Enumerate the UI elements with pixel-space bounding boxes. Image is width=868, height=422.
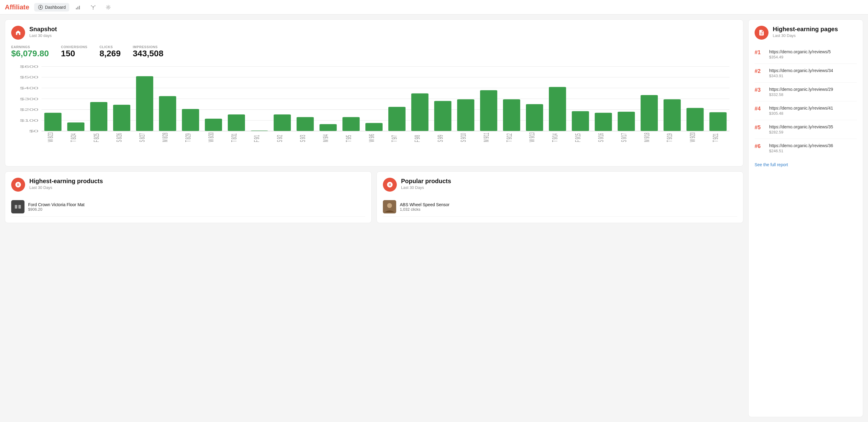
svg-text:S 9/16: S 9/16 (597, 133, 605, 142)
pages-title: Highest-earning pages (773, 26, 838, 33)
svg-rect-89 (15, 205, 17, 208)
app-title: Affiliate (5, 3, 29, 11)
svg-rect-82 (663, 99, 681, 131)
page-rank: #3 (754, 87, 764, 93)
svg-rect-66 (480, 90, 497, 131)
svg-text:T 8/24: T 8/24 (69, 134, 78, 142)
popular-product-name: ABS Wheel Speed Sensor (400, 202, 450, 207)
product-thumbnail (11, 200, 25, 214)
popular-product-item: ABS Wheel Speed Sensor 1,032 clicks (383, 197, 737, 217)
snapshot-title: Snapshot (29, 26, 57, 33)
clicks-label: CLICKS (99, 45, 121, 49)
svg-rect-76 (595, 113, 612, 131)
products-subtitle: Last 30 Days (29, 185, 103, 190)
analytics-nav-button[interactable] (72, 3, 84, 11)
svg-rect-38 (159, 96, 176, 131)
highest-earning-products-card: Highest-earning products Last 30 Days Fo… (5, 171, 372, 223)
page-earning: $246.51 (769, 149, 833, 153)
svg-text:S 9/9: S 9/9 (436, 135, 444, 142)
earnings-value: $6,079.80 (11, 49, 49, 58)
bar-chart-icon (75, 4, 81, 10)
svg-rect-52 (319, 124, 337, 131)
products-header: Highest-earning products Last 30 Days (11, 178, 365, 192)
svg-rect-36 (136, 76, 153, 131)
page-list-item: #3 https://demo.organic.ly/reviews/29 $3… (754, 83, 857, 102)
svg-text:$200: $200 (20, 108, 38, 112)
page-list-item: #2 https://demo.organic.ly/reviews/34 $3… (754, 64, 857, 83)
page-url: https://demo.organic.ly/reviews/29 (769, 87, 833, 92)
svg-rect-70 (526, 104, 543, 131)
products-icon (11, 178, 25, 192)
svg-text:S 9/17: S 9/17 (620, 133, 628, 142)
svg-rect-78 (618, 112, 635, 131)
svg-text:S 9/3: S 9/3 (299, 135, 307, 142)
svg-rect-34 (113, 105, 130, 131)
see-full-report-link[interactable]: See the full report (754, 162, 788, 167)
page-url: https://demo.organic.ly/reviews/36 (769, 143, 833, 148)
popular-product-thumbnail (383, 200, 396, 214)
svg-text:S 9/2: S 9/2 (276, 135, 284, 142)
page-rank: #5 (754, 124, 764, 131)
pages-header: Highest-earning pages Last 30 Days (754, 26, 857, 40)
products-title: Highest-earning products (29, 178, 103, 185)
popular-subtitle: Last 30 Days (401, 185, 451, 190)
svg-text:T 9/21: T 9/21 (711, 134, 719, 142)
product-name: Ford Crown Victoria Floor Mat (28, 202, 84, 207)
svg-text:W 9/20: W 9/20 (688, 132, 696, 142)
svg-rect-5 (79, 6, 80, 9)
snapshot-subtitle: Last 30 days (29, 33, 57, 38)
bottom-row: Highest-earning products Last 30 Days Fo… (5, 171, 743, 223)
settings-nav-button[interactable] (102, 3, 115, 11)
svg-text:M 8/28: M 8/28 (161, 133, 169, 142)
pages-subtitle: Last 30 Days (773, 33, 838, 38)
svg-text:W 9/6: W 9/6 (367, 134, 375, 142)
svg-rect-56 (365, 123, 382, 131)
page-rank: #4 (754, 106, 764, 112)
page-info: https://demo.organic.ly/reviews/36 $246.… (769, 143, 833, 153)
svg-rect-28 (44, 113, 61, 131)
svg-text:W 8/30: W 8/30 (207, 132, 215, 142)
conversions-stat: CONVERSIONS 150 (61, 45, 87, 58)
page-info: https://demo.organic.ly/reviews/35 $282.… (769, 124, 833, 134)
pages-icon (754, 26, 769, 40)
svg-text:$0: $0 (29, 129, 38, 133)
conversions-value: 150 (61, 49, 87, 58)
svg-text:F 9/1: F 9/1 (252, 135, 261, 142)
dashboard-label: Dashboard (45, 5, 66, 10)
svg-text:M 9/4: M 9/4 (321, 134, 330, 142)
earnings-label: EARNINGS (11, 45, 49, 49)
svg-rect-40 (182, 109, 199, 131)
earnings-stat: EARNINGS $6,079.80 (11, 45, 49, 58)
svg-text:T 9/14: T 9/14 (551, 134, 559, 142)
earnings-chart: $0$100$200$300$400$500$600W 8/23T 8/24F … (11, 63, 737, 160)
dashboard-nav-button[interactable]: Dashboard (34, 3, 69, 11)
product-value: $906.20 (28, 207, 84, 212)
svg-rect-90 (19, 205, 21, 208)
page-info: https://demo.organic.ly/reviews/41 $305.… (769, 106, 833, 116)
page-url: https://demo.organic.ly/reviews/35 (769, 124, 833, 129)
svg-rect-72 (549, 87, 566, 131)
network-nav-button[interactable] (87, 3, 99, 11)
svg-point-6 (93, 7, 94, 8)
page-info: https://demo.organic.ly/reviews/29 $332.… (769, 87, 833, 97)
svg-rect-42 (205, 119, 222, 131)
svg-rect-60 (411, 93, 429, 131)
svg-rect-4 (78, 7, 78, 9)
svg-text:T 9/5: T 9/5 (344, 135, 353, 142)
page-rank: #1 (754, 49, 764, 56)
svg-rect-32 (90, 102, 107, 131)
svg-rect-30 (67, 122, 84, 131)
popular-icon (383, 178, 397, 192)
page-url: https://demo.organic.ly/reviews/34 (769, 68, 833, 73)
settings-icon (105, 4, 111, 10)
svg-text:T 8/29: T 8/29 (184, 134, 192, 142)
page-url: https://demo.organic.ly/reviews/41 (769, 106, 833, 111)
svg-text:F 9/15: F 9/15 (574, 134, 582, 142)
page-earning: $282.59 (769, 130, 833, 134)
page-earning: $332.58 (769, 92, 833, 97)
impressions-value: 343,508 (133, 49, 163, 58)
svg-text:S 9/10: S 9/10 (459, 133, 467, 142)
stats-row: EARNINGS $6,079.80 CONVERSIONS 150 CLICK… (11, 45, 737, 58)
svg-point-92 (387, 203, 392, 208)
snapshot-header: Snapshot Last 30 days (11, 26, 737, 40)
